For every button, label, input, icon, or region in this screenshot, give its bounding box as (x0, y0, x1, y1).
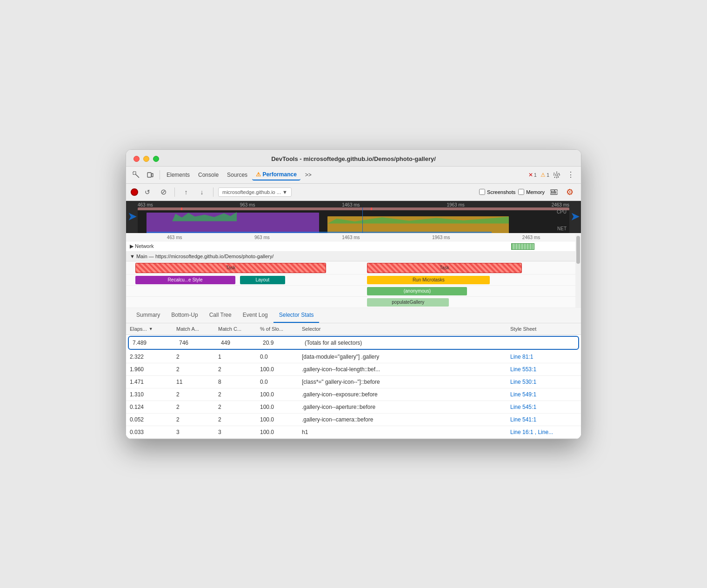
reload-icon[interactable]: ↺ (141, 186, 154, 199)
memory-checkbox-group[interactable]: Memory (518, 189, 545, 195)
traffic-lights (133, 156, 159, 162)
row5-link[interactable]: Line 545:1 (510, 404, 536, 410)
screenshots-checkbox-group[interactable]: Screenshots (479, 189, 515, 195)
screenshots-label: Screenshots (487, 189, 515, 195)
row6-stylesheet[interactable]: Line 541:1 (507, 414, 581, 426)
col-header-matcha[interactable]: Match A... (173, 323, 214, 334)
anonymous-block: (anonymous) (367, 287, 467, 295)
row2-matchc: 2 (214, 363, 256, 375)
row4-stylesheet[interactable]: Line 549:1 (507, 388, 581, 401)
tab-elements[interactable]: Elements (163, 170, 193, 180)
recalculate-style-block: Recalcu...e Style (135, 276, 235, 284)
table-row: 0.124 2 2 100.0 .gallery-icon--aperture:… (126, 401, 581, 414)
ruler-1963: 1963 ms (447, 202, 464, 207)
inspect-icon[interactable] (130, 168, 143, 181)
row1-stylesheet[interactable]: Line 81:1 (507, 351, 581, 363)
totals-elapsed: 7.489 (129, 337, 175, 349)
track-963: 963 ms (254, 235, 270, 240)
task-label-2: Task (440, 265, 449, 270)
gear-settings-red-icon[interactable]: ⚙ (563, 186, 576, 199)
row7-elapsed: 0.033 (126, 426, 173, 438)
memory-label: Memory (526, 189, 545, 195)
device-toolbar-icon[interactable] (144, 168, 157, 181)
scrollbar-thumb[interactable] (576, 236, 580, 264)
settings-icon[interactable] (550, 168, 563, 181)
row4-link[interactable]: Line 549:1 (510, 391, 536, 398)
tab-console[interactable]: Console (194, 170, 222, 180)
maximize-button[interactable] (153, 156, 159, 162)
row7-stylesheet[interactable]: Line 16:1 , Line... (507, 426, 581, 438)
close-button[interactable] (133, 156, 140, 162)
totals-row: 7.489 746 449 20.9 (Totals for all selec… (128, 336, 579, 350)
row3-link[interactable]: Line 530:1 (510, 379, 536, 385)
tab-performance[interactable]: ⚠ Performance (252, 169, 300, 180)
tab-sources[interactable]: Sources (223, 170, 251, 180)
ruler-963: 963 ms (240, 202, 255, 207)
row1-matchc: 1 (214, 351, 256, 363)
row5-elapsed: 0.124 (126, 401, 173, 413)
col-header-pct[interactable]: % of Slo... (256, 323, 298, 334)
screenshots-checkbox[interactable] (479, 189, 485, 195)
minimize-button[interactable] (143, 156, 149, 162)
more-options-icon[interactable]: ⋮ (564, 168, 577, 181)
row2-elapsed: 1.960 (126, 363, 173, 375)
row7-link[interactable]: Line 16:1 , Line... (510, 429, 553, 435)
track-2463: 2463 ms (522, 235, 540, 240)
ruler-463: 463 ms (138, 202, 153, 207)
track-ruler: 463 ms 963 ms 1463 ms 1963 ms 2463 ms (126, 234, 581, 241)
col-header-elapsed[interactable]: Elaps... ▼ (126, 323, 173, 334)
tab-summary[interactable]: Summary (131, 308, 166, 323)
row4-matchc: 2 (214, 388, 256, 401)
tab-event-log[interactable]: Event Log (237, 308, 273, 323)
anonymous-label: (anonymous) (404, 288, 431, 294)
layout-label: Layout (255, 277, 269, 282)
row6-link[interactable]: Line 541:1 (510, 416, 536, 423)
record-button[interactable] (131, 188, 138, 196)
row4-matcha: 2 (173, 388, 214, 401)
row2-matcha: 2 (173, 363, 214, 375)
row3-elapsed: 1.471 (126, 376, 173, 388)
layout-block: Layout (240, 276, 286, 284)
svg-rect-7 (555, 191, 556, 194)
row6-matcha: 2 (173, 414, 214, 426)
row5-stylesheet[interactable]: Line 545:1 (507, 401, 581, 413)
tab-call-tree[interactable]: Call Tree (204, 308, 237, 323)
totals-matcha: 746 (175, 337, 217, 349)
table-header: Elaps... ▼ Match A... Match C... % of Sl… (126, 323, 581, 335)
warning-badge[interactable]: ⚠ 1 (540, 172, 549, 178)
row1-link[interactable]: Line 81:1 (510, 354, 533, 360)
clear-icon[interactable]: ⊘ (157, 186, 170, 199)
populate-gallery-block: populateGallery (367, 298, 449, 307)
track-1963: 1963 ms (432, 235, 450, 240)
tab-selector-stats[interactable]: Selector Stats (273, 308, 320, 323)
download-icon[interactable]: ↓ (195, 186, 208, 199)
row2-pct: 100.0 (256, 363, 298, 375)
table-row: 2.322 2 1 0.0 [data-module="gallery"] .g… (126, 351, 581, 363)
performance-toolbar: ↺ ⊘ ↑ ↓ microsoftedge.github.io ... ▼ Sc… (126, 184, 581, 201)
svg-rect-1 (147, 173, 151, 177)
memory-profiler-icon[interactable] (547, 186, 560, 199)
row3-matcha: 11 (173, 376, 214, 388)
net-label: NET (557, 226, 567, 231)
more-tabs-button[interactable]: >> (301, 170, 315, 180)
memory-checkbox[interactable] (518, 189, 524, 195)
timeline-chart: 463 ms 963 ms 1463 ms 1963 ms 2463 ms (126, 201, 581, 233)
row7-matchc: 3 (214, 426, 256, 438)
row2-stylesheet[interactable]: Line 553:1 (507, 363, 581, 375)
tasks-row: Task Task (126, 261, 581, 274)
main-thread-header: ▼ Main — https://microsoftedge.github.io… (126, 252, 581, 261)
col-header-matchc[interactable]: Match C... (214, 323, 256, 334)
upload-icon[interactable]: ↑ (180, 186, 193, 199)
sep3 (213, 187, 213, 197)
timeline-ruler: 463 ms 963 ms 1463 ms 1963 ms 2463 ms (138, 201, 569, 207)
ruler-1463: 1463 ms (342, 202, 360, 207)
row3-stylesheet[interactable]: Line 530:1 (507, 376, 581, 388)
row2-link[interactable]: Line 553:1 (510, 366, 536, 373)
row4-elapsed: 1.310 (126, 388, 173, 401)
col-header-selector[interactable]: Selector (298, 323, 507, 334)
tab-bottom-up[interactable]: Bottom-Up (166, 308, 203, 323)
col-header-stylesheet[interactable]: Style Sheet (507, 323, 581, 334)
network-label: ▶ Network (126, 243, 163, 249)
error-badge[interactable]: ✕ 1 (528, 172, 537, 178)
scrollbar[interactable] (575, 234, 581, 308)
